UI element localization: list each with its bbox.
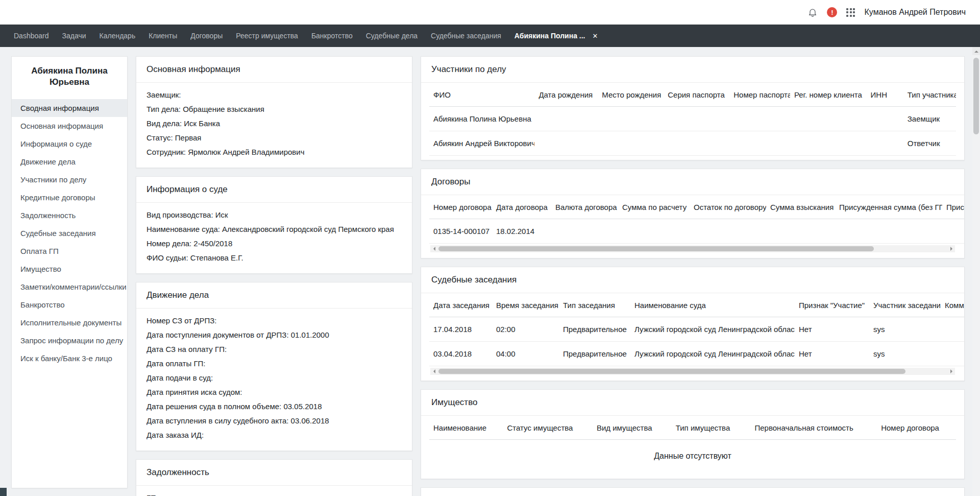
table-row[interactable]: 0135-14-00010718.02.2014: [429, 219, 964, 244]
movement-lines: Номер СЗ от ДРПЗ:Дата поступления докуме…: [136, 309, 412, 451]
table-cell: [534, 107, 598, 131]
nav-tab-label: Реестр имущества: [236, 32, 298, 40]
user-name[interactable]: Куманов Андрей Петрович: [864, 8, 966, 17]
nav-tab[interactable]: Клиенты: [142, 25, 184, 47]
table-cell: [941, 317, 964, 342]
info-line: Вид дела: Иск Банка: [146, 120, 402, 128]
table-cell: Ответчик: [903, 131, 956, 156]
nav-tab-label: Судебные заседания: [431, 32, 501, 40]
sidebar-item[interactable]: Запрос информации по делу: [12, 332, 127, 349]
column-header: Присужденная сумма (без ГП): [835, 195, 942, 219]
contracts-horizontal-scrollbar[interactable]: [430, 245, 955, 252]
scroll-up-arrow-icon[interactable]: [972, 47, 980, 55]
property-table: НаименованиеСтатус имуществаВид имуществ…: [429, 416, 956, 475]
card-title: Основная информация: [136, 57, 412, 83]
info-line: Дата СЗ на оплату ГП:: [146, 345, 402, 353]
column-header: Прис: [942, 195, 964, 219]
nav-tab[interactable]: Судебные заседания: [424, 25, 508, 47]
sidebar-item[interactable]: Иск к банку/Банк 3-е лицо: [12, 349, 127, 367]
table-cell: Лужский городской суд Ленинградской обла…: [630, 342, 795, 366]
topbar-actions: ! Куманов Андрей Петрович: [807, 7, 966, 17]
card-participants: Участники по делу ФИОДата рожденияМесто …: [421, 56, 965, 160]
table-cell: [551, 219, 618, 244]
hearings-horizontal-scrollbar[interactable]: [430, 368, 955, 375]
info-line: Дата поступления документов от ДРПЗ: 01.…: [146, 331, 402, 339]
nav-tab-label: Банкротство: [311, 32, 353, 40]
scroll-right-arrow-icon[interactable]: [948, 245, 955, 252]
table-cell: [790, 131, 867, 156]
column-header: Номер паспорта: [729, 83, 790, 107]
card-court-info: Информация о суде Вид производства: ИскН…: [136, 176, 412, 274]
scroll-left-arrow-icon[interactable]: [430, 368, 437, 375]
alert-badge[interactable]: !: [827, 7, 837, 17]
sidebar-item[interactable]: Основная информация: [12, 117, 127, 135]
sidebar-item[interactable]: Участники по делу: [12, 171, 127, 188]
nav-tab[interactable]: Dashboard: [7, 25, 56, 47]
info-line: Дата подачи в суд:: [146, 374, 402, 382]
table-row[interactable]: 03.04.201804:00ПредварительноеЛужский го…: [429, 342, 964, 366]
table-cell: [835, 219, 942, 244]
nav-tab[interactable]: Задачи: [56, 25, 93, 47]
participants-table: ФИОДата рожденияМесто рожденияСерия пасп…: [429, 83, 956, 156]
sidebar-item[interactable]: Банкротство: [12, 296, 127, 314]
horizontal-scroll-thumb[interactable]: [438, 369, 905, 374]
notifications-bell-icon[interactable]: [807, 7, 818, 17]
card-title: Информация о суде: [136, 177, 412, 203]
sidebar-item[interactable]: Информация о суде: [12, 135, 127, 153]
nav-tab-label: Задачи: [62, 32, 86, 40]
info-line: ГП:: [146, 494, 402, 496]
nav-tab-label: Судебные дела: [366, 32, 418, 40]
info-line: Номер дела: 2-450/2018: [146, 240, 402, 248]
close-tab-icon[interactable]: ✕: [592, 32, 598, 40]
sidebar-item[interactable]: Заметки/комментарии/ссылки: [12, 278, 127, 296]
info-line: Вид производства: Иск: [146, 211, 402, 219]
sidebar-item[interactable]: Имущество: [12, 260, 127, 278]
nav-tab[interactable]: Абиякина Полина ...✕: [508, 25, 605, 47]
nav-tab-label: Клиенты: [149, 32, 177, 40]
info-line: Дата решения суда в полном объеме: 03.05…: [146, 403, 402, 411]
table-cell: sys: [869, 342, 941, 366]
table-cell: 04:00: [492, 342, 559, 366]
nav-tab[interactable]: Судебные дела: [359, 25, 424, 47]
vertical-scroll-thumb[interactable]: [973, 58, 979, 134]
card-hearings: Судебные заседания Дата заседанияВремя з…: [421, 267, 965, 381]
sidebar-item[interactable]: Задолженность: [12, 206, 127, 224]
card-property: Имущество НаименованиеСтатус имуществаВи…: [421, 389, 965, 479]
hearings-table: Дата заседанияВремя заседанияТип заседан…: [429, 293, 964, 366]
table-row[interactable]: 17.04.201802:00ПредварительноеЛужский го…: [429, 317, 964, 342]
sidebar-item[interactable]: Сводная информация: [12, 99, 127, 117]
sidebar-item[interactable]: Исполнительные документы: [12, 314, 127, 332]
court-info-lines: Вид производства: ИскНаименование суда: …: [136, 203, 412, 273]
info-line: Наименование суда: Александровский город…: [146, 225, 402, 233]
scroll-left-arrow-icon[interactable]: [430, 245, 437, 252]
nav-tab-label: Абиякина Полина ...: [514, 32, 585, 40]
nav-tab[interactable]: Календарь: [93, 25, 142, 47]
table-row[interactable]: Абиякина Полина ЮрьевнаЗаемщик: [429, 107, 956, 131]
table-cell: [664, 131, 729, 156]
column-header: Тип заседания: [559, 293, 630, 317]
table-row[interactable]: Абиякин Андрей ВикторовичОтветчик: [429, 131, 956, 156]
card-title: Судебные заседания: [421, 267, 964, 293]
table-cell: 03.04.2018: [429, 342, 492, 366]
sidebar-item[interactable]: Кредитные договоры: [12, 188, 127, 206]
table-cell: [664, 107, 729, 131]
nav-tab[interactable]: Договоры: [184, 25, 229, 47]
sidebar-item[interactable]: Оплата ГП: [12, 242, 127, 260]
sidebar-item[interactable]: Движение дела: [12, 153, 127, 171]
table-cell: [534, 131, 598, 156]
table-cell: [790, 107, 867, 131]
table-cell: Нет: [795, 317, 869, 342]
property-table-wrap: НаименованиеСтатус имуществаВид имуществ…: [421, 416, 964, 479]
nav-tab[interactable]: Реестр имущества: [229, 25, 305, 47]
scroll-right-arrow-icon[interactable]: [948, 368, 955, 375]
horizontal-scroll-thumb[interactable]: [438, 246, 874, 251]
nav-tab[interactable]: Банкротство: [305, 25, 359, 47]
apps-grid-icon[interactable]: [846, 8, 855, 17]
sidebar-menu: Сводная информацияОсновная информацияИнф…: [12, 99, 127, 367]
table-cell: [942, 219, 964, 244]
sidebar-item[interactable]: Судебные заседания: [12, 224, 127, 242]
table-cell: 18.02.2014: [492, 219, 551, 244]
card-debt: Задолженность ГП:Иные судебные расходы (…: [136, 459, 412, 496]
vertical-scrollbar[interactable]: [972, 47, 980, 496]
table-cell: Предварительное: [559, 342, 630, 366]
